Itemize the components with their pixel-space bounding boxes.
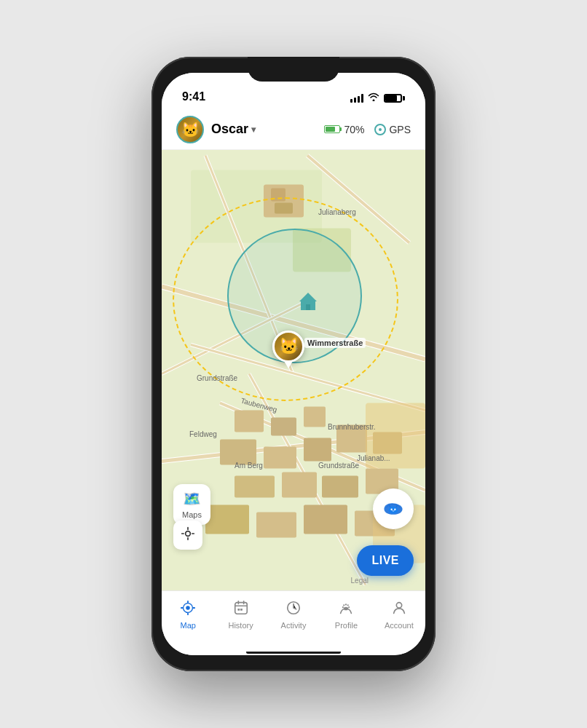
svg-rect-48 bbox=[240, 609, 243, 611]
svg-rect-47 bbox=[237, 609, 240, 611]
avatar: 🐱 bbox=[176, 116, 204, 143]
svg-point-43 bbox=[394, 509, 395, 510]
svg-point-52 bbox=[347, 604, 349, 606]
svg-rect-23 bbox=[304, 407, 326, 427]
tab-activity-label: Activity bbox=[281, 621, 307, 630]
legal-label: Legal bbox=[351, 577, 369, 585]
street-label-julianaberg: Julianaberg bbox=[318, 208, 356, 216]
svg-rect-3 bbox=[271, 189, 285, 202]
tab-map[interactable]: Map bbox=[162, 597, 214, 633]
wifi-icon bbox=[368, 92, 379, 103]
signal-icon bbox=[350, 94, 363, 103]
header-right: 70% GPS bbox=[324, 124, 411, 135]
street-label-grundstrasse2: Grundstraße bbox=[318, 462, 359, 470]
maps-button[interactable]: 🗺️ Maps bbox=[173, 484, 210, 525]
svg-rect-40 bbox=[306, 304, 310, 310]
svg-point-50 bbox=[344, 604, 345, 606]
svg-rect-25 bbox=[264, 447, 296, 469]
maps-label: Maps bbox=[182, 510, 202, 519]
svg-rect-46 bbox=[235, 603, 247, 614]
live-button[interactable]: LIVE bbox=[357, 545, 414, 576]
phone-frame: 9:41 bbox=[151, 57, 436, 671]
svg-rect-22 bbox=[271, 418, 296, 436]
street-label-feldweg: Feldweg bbox=[189, 430, 217, 438]
svg-point-54 bbox=[348, 606, 350, 608]
svg-point-44 bbox=[186, 606, 190, 610]
pet-selector[interactable]: 🐱 Oscar ▾ bbox=[176, 116, 256, 143]
battery-icon bbox=[384, 94, 405, 103]
app-header: 🐱 Oscar ▾ 70% GPS bbox=[162, 109, 425, 150]
svg-rect-26 bbox=[304, 438, 331, 462]
battery-status-icon bbox=[324, 125, 340, 133]
tab-history-label: History bbox=[228, 621, 253, 630]
svg-rect-33 bbox=[205, 505, 249, 534]
street-label-brunnhuberstr: Brunnhuberstr. bbox=[328, 423, 376, 431]
svg-point-55 bbox=[344, 607, 348, 611]
svg-rect-31 bbox=[322, 476, 358, 498]
svg-rect-29 bbox=[235, 476, 275, 498]
tab-account[interactable]: Account bbox=[373, 597, 425, 633]
home-indicator bbox=[162, 652, 425, 655]
svg-point-53 bbox=[342, 606, 344, 608]
location-button[interactable] bbox=[173, 521, 202, 550]
chevron-down-icon: ▾ bbox=[251, 124, 256, 135]
svg-point-51 bbox=[345, 604, 347, 605]
profile-tab-icon bbox=[338, 600, 354, 619]
cat-name-label: Wimmerstraße bbox=[304, 338, 366, 348]
svg-rect-30 bbox=[282, 472, 317, 498]
status-icons bbox=[350, 92, 405, 103]
phone-screen: 9:41 bbox=[162, 73, 425, 655]
status-time: 9:41 bbox=[182, 90, 205, 103]
svg-rect-4 bbox=[275, 203, 293, 214]
pin-tail bbox=[284, 361, 293, 368]
gps-icon bbox=[374, 124, 386, 135]
tab-bar: Map History bbox=[162, 590, 425, 652]
svg-point-56 bbox=[396, 603, 401, 608]
gps-status: GPS bbox=[374, 124, 411, 135]
home-marker bbox=[296, 290, 320, 318]
tab-account-label: Account bbox=[385, 621, 414, 630]
svg-point-41 bbox=[186, 531, 191, 537]
cat-tracker-button[interactable] bbox=[373, 488, 414, 529]
svg-rect-21 bbox=[235, 411, 264, 432]
cat-avatar: 🐱 bbox=[272, 331, 304, 363]
svg-point-42 bbox=[390, 509, 392, 510]
tab-profile[interactable]: Profile bbox=[320, 597, 372, 633]
street-label-grundstrasse: Grundstraße bbox=[197, 374, 237, 382]
cat-location-pin[interactable]: 🐱 Wimmerstraße bbox=[272, 331, 304, 368]
map-container[interactable]: 🐱 Wimmerstraße Julianaberg Grundstraße T… bbox=[162, 150, 425, 590]
notch bbox=[248, 57, 339, 82]
street-label-julianab: Julianab... bbox=[357, 454, 390, 462]
activity-tab-icon bbox=[285, 600, 302, 619]
tab-activity[interactable]: Activity bbox=[267, 597, 320, 633]
history-tab-icon bbox=[233, 600, 249, 619]
account-tab-icon bbox=[391, 600, 407, 619]
street-label-am-berg: Am Berg bbox=[235, 462, 263, 470]
tab-map-label: Map bbox=[181, 621, 196, 630]
svg-rect-34 bbox=[256, 513, 296, 538]
map-tab-icon bbox=[180, 600, 196, 619]
pet-name: Oscar ▾ bbox=[211, 122, 256, 137]
svg-rect-1 bbox=[293, 229, 351, 272]
battery-status: 70% bbox=[324, 124, 364, 135]
tab-history[interactable]: History bbox=[214, 597, 267, 633]
svg-rect-35 bbox=[304, 505, 347, 534]
tab-profile-label: Profile bbox=[335, 621, 358, 630]
